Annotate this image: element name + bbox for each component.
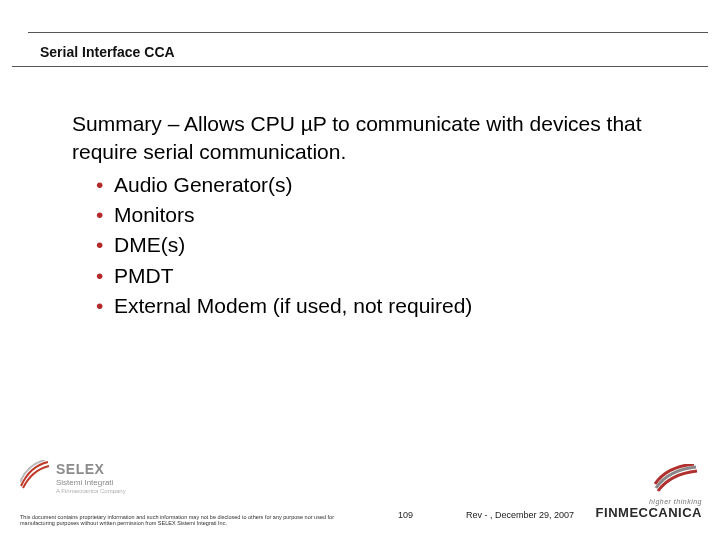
logo-brand: SELEX: [56, 461, 126, 477]
bullet-text: External Modem (if used, not required): [114, 294, 472, 317]
bullet-list: Audio Generator(s) Monitors DME(s) PMDT …: [96, 171, 680, 321]
list-item: Monitors: [96, 201, 680, 229]
list-item: External Modem (if used, not required): [96, 292, 680, 320]
page-number: 109: [398, 510, 413, 520]
list-item: DME(s): [96, 231, 680, 259]
logo-right-row: [596, 464, 702, 496]
list-item: Audio Generator(s): [96, 171, 680, 199]
slide: Serial Interface CCA Summary – Allows CP…: [0, 0, 720, 540]
content-area: Summary – Allows CPU µP to communicate w…: [72, 110, 680, 322]
slide-title: Serial Interface CCA: [40, 44, 175, 60]
summary-text: Summary – Allows CPU µP to communicate w…: [72, 110, 680, 167]
revision-text: Rev - , December 29, 2007: [466, 510, 574, 520]
bullet-text: PMDT: [114, 264, 174, 287]
bullet-text: Audio Generator(s): [114, 173, 293, 196]
logo-finmeccanica: higher thinking FINMECCANICA: [596, 464, 702, 520]
bullet-text: DME(s): [114, 233, 185, 256]
bullet-text: Monitors: [114, 203, 195, 226]
disclaimer-text: This document contains proprietary infor…: [20, 514, 350, 526]
streaks-icon: [654, 464, 698, 496]
list-item: PMDT: [96, 262, 680, 290]
logo-text-block: SELEX Sistemi Integrati A Finmeccanica C…: [56, 461, 126, 494]
logo-right-tagline: higher thinking: [596, 498, 702, 505]
streaks-icon: [20, 460, 50, 494]
rule-top: [28, 32, 708, 33]
rule-bottom: [12, 66, 708, 67]
logo-sub2: A Finmeccanica Company: [56, 488, 126, 494]
logo-selex: SELEX Sistemi Integrati A Finmeccanica C…: [20, 460, 126, 494]
logo-right-name: FINMECCANICA: [596, 505, 702, 520]
logo-sub: Sistemi Integrati: [56, 478, 126, 487]
